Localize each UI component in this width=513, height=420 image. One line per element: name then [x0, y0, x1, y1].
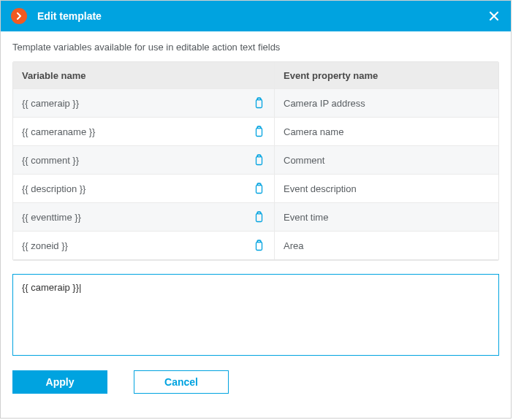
svg-rect-5 [257, 156, 260, 157]
table-row: {{ comment }} Comment [13, 145, 498, 174]
property-name: Camera name [275, 118, 498, 145]
svg-rect-11 [257, 241, 260, 243]
copy-icon[interactable] [251, 153, 265, 167]
button-row: Apply Cancel [12, 370, 499, 394]
svg-rect-3 [257, 127, 260, 129]
variable-name: {{ cameraname }} [22, 126, 95, 137]
apply-button[interactable]: Apply [12, 370, 107, 394]
svg-rect-2 [256, 129, 262, 137]
dialog-content: Template variables available for use in … [1, 31, 511, 418]
variable-name: {{ eventtime }} [22, 212, 81, 223]
table-row: {{ description }} Event description [13, 174, 498, 202]
table-header-row: Variable name Event property name [13, 62, 498, 88]
copy-icon[interactable] [251, 124, 265, 139]
property-name: Camera IP address [275, 89, 498, 117]
description-text: Template variables available for use in … [12, 42, 499, 53]
svg-rect-0 [256, 100, 262, 108]
copy-icon[interactable] [251, 96, 265, 110]
table-row: {{ cameraname }} Camera name [13, 117, 498, 145]
header-variable-name: Variable name [13, 62, 275, 88]
copy-icon[interactable] [251, 181, 265, 196]
svg-rect-4 [256, 157, 262, 165]
svg-rect-9 [257, 213, 260, 214]
property-name: Comment [275, 146, 498, 174]
template-text-input[interactable] [12, 274, 499, 356]
table-row: {{ eventtime }} Event time [13, 202, 498, 231]
app-chevron-icon [11, 8, 27, 24]
property-name: Event description [275, 175, 498, 202]
variable-name: {{ cameraip }} [22, 98, 79, 109]
svg-rect-1 [257, 99, 260, 100]
svg-rect-7 [257, 184, 260, 186]
dialog-title: Edit template [37, 10, 487, 22]
svg-rect-6 [256, 186, 262, 194]
titlebar: Edit template [1, 1, 511, 31]
variables-table: Variable name Event property name {{ cam… [12, 61, 499, 261]
variable-name: {{ zoneid }} [22, 240, 68, 251]
table-row: {{ zoneid }} Area [13, 231, 498, 260]
edit-template-dialog: Edit template Template variables availab… [0, 0, 512, 419]
svg-rect-10 [256, 243, 262, 251]
copy-icon[interactable] [251, 210, 265, 224]
variable-name: {{ comment }} [22, 155, 79, 166]
header-property-name: Event property name [275, 62, 498, 88]
cancel-button[interactable]: Cancel [134, 370, 229, 394]
property-name: Area [275, 232, 498, 259]
close-icon[interactable] [487, 9, 501, 23]
table-row: {{ cameraip }} Camera IP address [13, 88, 498, 117]
copy-icon[interactable] [251, 238, 265, 253]
property-name: Event time [275, 203, 498, 231]
svg-rect-8 [256, 214, 262, 222]
variable-name: {{ description }} [22, 183, 86, 194]
